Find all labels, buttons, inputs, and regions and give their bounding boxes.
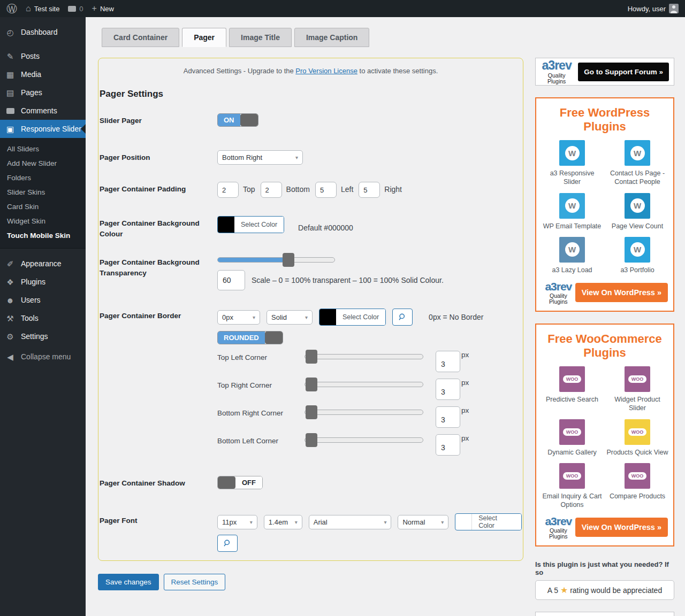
site-name-link[interactable]: ⌂ Test site [26,4,59,13]
rounded-toggle[interactable]: ROUNDED [217,331,283,344]
border-select-color-button[interactable]: Select Color [336,309,385,325]
view-on-wordpress-button[interactable]: View On WordPress » [575,518,668,537]
submenu-item-card-skin[interactable]: Card Skin [0,199,86,214]
plugin-item[interactable]: W WP Email Template [541,193,604,230]
border-colour-picker[interactable]: Select Color [319,309,386,326]
sidebar-item-settings[interactable]: ⚙ Settings [0,327,86,345]
sidebar-item-responsive-slider[interactable]: ▣ Responsive Slider [0,120,86,138]
plugin-name: a3 Portfolio [606,266,669,274]
support-forum-button[interactable]: Go to Support Forum » [578,63,669,81]
bottom-left-corner-input[interactable] [436,434,460,456]
font-weight-select[interactable]: Normal ▾ [398,515,448,529]
padding-left-input[interactable] [315,182,337,198]
woo-badge: WOO [628,472,647,480]
toggle-knob[interactable] [265,332,283,344]
plugin-item[interactable]: WOO Dynamic Gallery [541,419,604,457]
plugin-item[interactable]: WOO Compare Products [606,463,669,510]
border-width-select[interactable]: 0px ▾ [217,310,260,325]
font-size-select[interactable]: 11px ▾ [217,515,257,529]
sidebar-item-tools[interactable]: ⚒ Tools [0,309,86,327]
tab-image-title[interactable]: Image Title [229,28,292,47]
collapse-label: Collapse menu [21,352,71,361]
sidebar-item-comments[interactable]: Comments [0,102,86,120]
plugin-item[interactable]: W Page View Count [606,193,669,230]
transparency-slider[interactable] [217,257,335,263]
bg-colour-picker[interactable]: Select Color [217,216,284,233]
plugin-item[interactable]: W Contact Us Page - Contact People [606,140,669,187]
pager-settings-panel: Advanced Settings - Upgrade to the Pro V… [98,58,523,561]
sidebar-item-appearance[interactable]: ✐ Appearance [0,255,86,273]
pro-version-license-link[interactable]: Pro Version License [295,67,357,75]
comments-shortcut[interactable]: 0 [68,5,83,13]
bg-select-color-button[interactable]: Select Color [234,217,284,233]
font-preview-button[interactable] [217,535,238,552]
font-select-color-button[interactable]: Select Color [472,514,521,530]
sidebar-item-media[interactable]: ▦ Media [0,65,86,83]
shadow-toggle[interactable]: OFF [217,476,263,489]
top-right-corner-slider[interactable] [305,382,423,387]
plugin-item[interactable]: WOO Email Inquiry & Cart Options [541,463,604,510]
padding-bottom-input[interactable] [261,182,282,198]
slider-handle[interactable] [283,253,294,267]
tab-card-container[interactable]: Card Container [102,28,179,47]
plugin-item[interactable]: WOO Predictive Search [541,366,604,413]
plugin-item[interactable]: WOO Products Quick View [606,419,669,457]
plugin-item[interactable]: WOO Widget Product Slider [606,366,669,413]
border-style-select[interactable]: Solid ▾ [267,310,313,325]
submenu-item-touch-mobile-skin[interactable]: Touch Mobile Skin [0,228,86,243]
collapse-menu-button[interactable]: ◀ Collapse menu [0,348,86,366]
submenu-item-add-new-slider[interactable]: Add New Slider [0,156,86,171]
top-right-corner-input[interactable] [436,379,460,400]
submenu-item-all-sliders[interactable]: All Sliders [0,142,86,156]
padding-right-input[interactable] [359,182,380,198]
submenu-item-folders[interactable]: Folders [0,171,86,185]
toggle-knob[interactable] [218,476,235,489]
sidebar-item-label: Media [21,70,41,79]
bottom-right-corner-slider[interactable] [305,410,423,415]
toggle-knob[interactable] [240,114,258,126]
new-content-menu[interactable]: + New [92,4,114,13]
posts-icon: ✎ [5,52,16,60]
sidebar-item-label: Plugins [21,278,45,286]
plugin-item[interactable]: W a3 Responsive Slider [541,140,604,187]
rating-button[interactable]: A 5 ★ rating would be appreciated [535,580,674,600]
pager-position-select[interactable]: Bottom Right ▾ [217,150,303,165]
sidebar-item-pages[interactable]: ▤ Pages [0,83,86,102]
a3rev-logo-text: a3rev [542,281,575,292]
avatar [669,4,679,13]
my-account-menu[interactable]: Howdy, user [628,4,679,13]
slider-handle[interactable] [306,433,317,447]
bottom-left-corner-slider[interactable] [305,437,423,443]
plugin-item[interactable]: W a3 Lazy Load [541,237,604,274]
sidebar-item-plugins[interactable]: ❖ Plugins [0,273,86,291]
bg-colour-swatch[interactable] [218,217,234,233]
font-family-select[interactable]: Arial ▾ [309,515,392,529]
font-colour-swatch[interactable] [455,514,472,530]
save-changes-button[interactable]: Save changes [98,574,159,590]
corner-unit: px [461,434,469,442]
tab-image-caption[interactable]: Image Caption [294,28,369,47]
submenu-item-slider-skins[interactable]: Slider Skins [0,185,86,199]
plugin-item[interactable]: W a3 Portfolio [606,237,669,274]
font-colour-picker[interactable]: Select Color [455,513,522,530]
sidebar-item-posts[interactable]: ✎ Posts [0,47,86,65]
transparency-input[interactable] [217,270,245,290]
sidebar-item-dashboard[interactable]: ◴ Dashboard [0,23,86,41]
reset-settings-button[interactable]: Reset Settings [164,574,226,590]
slider-handle[interactable] [306,378,317,391]
sidebar-item-users[interactable]: ☻ Users [0,291,86,309]
padding-top-input[interactable] [217,182,239,198]
submenu-item-widget-skin[interactable]: Widget Skin [0,214,86,228]
view-on-wordpress-button[interactable]: View On WordPress » [575,283,668,302]
top-left-corner-input[interactable] [436,351,460,372]
border-colour-swatch[interactable] [319,309,336,325]
border-preview-button[interactable] [392,309,413,326]
bottom-right-corner-input[interactable] [436,406,460,428]
slider-handle[interactable] [306,405,317,419]
tab-pager[interactable]: Pager [182,28,226,47]
wordpress-logo-icon[interactable]: Ⓦ [6,3,17,14]
slider-pager-toggle[interactable]: ON [217,113,258,127]
line-height-select[interactable]: 1.4em ▾ [264,515,302,529]
slider-handle[interactable] [306,350,317,364]
top-left-corner-slider[interactable] [305,354,423,359]
